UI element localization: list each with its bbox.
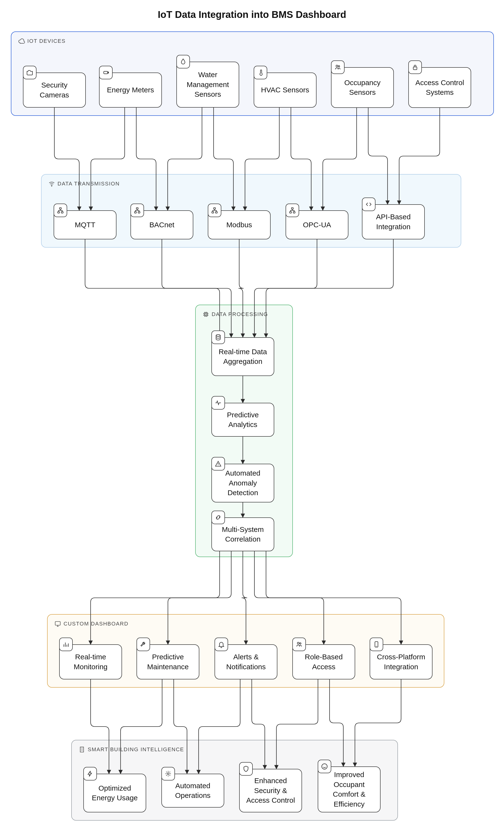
thermo-icon (254, 66, 267, 79)
node-pred: Predictive Analytics (211, 403, 274, 437)
node-alerts: Alerts & Notifications (214, 644, 277, 680)
node-label: Water Management Sensors (181, 70, 234, 99)
node-rtmon: Real-time Monitoring (59, 644, 122, 680)
people-icon (292, 637, 306, 651)
node-label: MQTT (75, 220, 95, 230)
diagram-title: IoT Data Integration into BMS Dashboard (0, 9, 504, 20)
node-label: OPC-UA (303, 220, 331, 230)
node-label: HVAC Sensors (261, 85, 309, 95)
svg-rect-21 (293, 211, 295, 213)
node-hvac: HVAC Sensors (254, 73, 317, 108)
node-pmaint: Predictive Maintenance (137, 644, 199, 680)
svg-rect-11 (58, 211, 60, 213)
wifi-icon (48, 180, 55, 187)
node-water: Water Management Sensors (176, 62, 239, 108)
node-mqtt: MQTT (54, 210, 116, 239)
svg-point-22 (216, 335, 220, 337)
node-anom: Automated Anomaly Detection (211, 464, 274, 503)
cpu-icon (203, 311, 209, 318)
svg-rect-14 (135, 211, 137, 213)
node-label: Occupancy Sensors (336, 78, 389, 97)
diagram-canvas: IoT Data Integration into BMS Dashboard … (0, 0, 504, 831)
node-comfort: Improved Occupant Comfort & Efficiency (318, 767, 381, 812)
svg-rect-17 (212, 211, 214, 213)
node-modbus: Modbus (208, 210, 271, 239)
svg-point-7 (336, 65, 338, 67)
svg-rect-9 (413, 67, 417, 69)
people-icon (331, 60, 345, 74)
building-icon (79, 746, 85, 753)
node-api: API-Based Integration (362, 204, 425, 239)
svg-rect-1 (204, 313, 208, 316)
svg-rect-10 (59, 208, 61, 209)
lock-icon (408, 60, 422, 74)
group-label: SMART BUILDING INTELLIGENCE (79, 746, 184, 753)
db-icon (211, 331, 225, 344)
group-label: DATA TRANSMISSION (48, 180, 120, 187)
node-label: Security Cameras (28, 80, 81, 100)
svg-rect-15 (138, 211, 140, 213)
svg-rect-13 (136, 208, 138, 209)
svg-point-0 (52, 186, 52, 186)
node-sec: Enhanced Security & Access Control (239, 769, 302, 812)
node-label: Cross-Platform Integration (375, 652, 428, 672)
node-label: BACnet (149, 220, 174, 230)
node-label: Alerts & Notifications (219, 652, 272, 672)
svg-rect-20 (290, 211, 292, 213)
node-cam: Security Cameras (23, 73, 86, 108)
pulse-icon (211, 396, 225, 409)
svg-point-24 (300, 643, 301, 644)
group-label: CUSTOM DASHBOARD (54, 621, 128, 627)
code-icon (362, 198, 376, 211)
node-label: API-Based Integration (367, 212, 420, 232)
network-icon (130, 204, 144, 217)
node-label: Real-time Data Aggregation (216, 347, 269, 367)
group-label: DATA PROCESSING (203, 311, 268, 318)
drop-icon (176, 55, 190, 68)
node-label: Modbus (227, 220, 252, 230)
node-label: Multi-System Correlation (216, 525, 269, 544)
node-label: Access Control Systems (413, 78, 466, 97)
svg-point-26 (167, 773, 169, 775)
node-energy: Optimized Energy Usage (83, 774, 146, 812)
node-opcua: OPC-UA (286, 210, 348, 239)
node-label: Enhanced Security & Access Control (244, 776, 297, 805)
svg-rect-3 (55, 622, 60, 625)
gear-icon (161, 767, 175, 780)
network-icon (286, 204, 299, 217)
node-access: Access Control Systems (408, 67, 471, 108)
node-aggr: Real-time Data Aggregation (211, 337, 274, 376)
node-label: Energy Meters (107, 85, 154, 95)
svg-point-23 (297, 642, 299, 644)
node-label: Role-Based Access (297, 652, 350, 672)
node-bacnet: BACnet (130, 210, 193, 239)
bars-icon (59, 637, 73, 651)
network-icon (208, 204, 221, 217)
svg-rect-6 (108, 72, 109, 73)
node-auto: Automated Operations (161, 774, 224, 807)
group-label: IOT DEVICES (18, 38, 65, 45)
svg-rect-19 (291, 208, 293, 209)
svg-rect-16 (214, 208, 215, 209)
svg-rect-5 (103, 71, 108, 74)
warn-icon (211, 457, 225, 470)
node-label: Predictive Maintenance (141, 652, 195, 672)
node-label: Predictive Analytics (216, 410, 269, 430)
svg-rect-12 (61, 211, 63, 213)
node-corr: Multi-System Correlation (211, 517, 274, 551)
camera-icon (23, 66, 36, 79)
svg-point-8 (338, 65, 340, 67)
network-icon (54, 204, 67, 217)
smile-icon (318, 760, 331, 773)
phone-icon (370, 637, 383, 651)
wrench-icon (137, 637, 150, 651)
svg-rect-18 (215, 211, 217, 213)
shield-icon (239, 762, 253, 776)
node-label: Optimized Energy Usage (88, 783, 141, 803)
link-icon (211, 511, 225, 524)
svg-rect-4 (80, 747, 84, 752)
svg-rect-2 (205, 314, 207, 315)
node-occ: Occupancy Sensors (331, 67, 394, 108)
bolt-icon (83, 767, 97, 780)
node-label: Automated Anomaly Detection (216, 468, 269, 498)
